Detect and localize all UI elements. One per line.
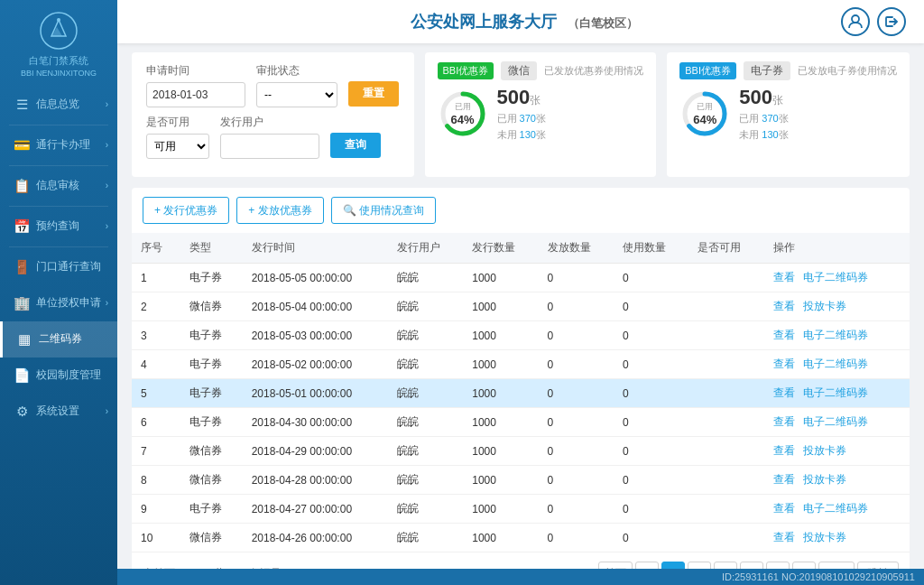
view-link[interactable]: 查看: [773, 329, 795, 341]
goto-page-input[interactable]: [818, 562, 855, 569]
sidebar-item-icon: ⚙: [13, 403, 31, 421]
stat-badge: BBI优惠券: [438, 62, 494, 79]
table-cell: 0: [539, 466, 614, 495]
table-cell: 皖皖: [388, 379, 463, 408]
sidebar-item-icon: 🚪: [13, 258, 31, 276]
sidebar-item-campus-rules[interactable]: 📄 校园制度管理: [0, 358, 117, 394]
view-link[interactable]: 查看: [773, 300, 795, 312]
table-cell: 2018-05-01 00:00:00: [243, 379, 388, 408]
table-header-cell: 类型: [180, 233, 243, 264]
action-link[interactable]: 投放卡券: [803, 531, 846, 543]
issue-coupon-button[interactable]: + 发行优惠券: [143, 197, 229, 224]
table-cell: [688, 350, 763, 379]
view-link[interactable]: 查看: [773, 271, 795, 283]
sidebar-item-label: 信息总览: [36, 97, 106, 112]
table-cell: 0: [539, 350, 614, 379]
sidebar-item-icon: 🏢: [13, 294, 31, 312]
table-cell: [688, 437, 763, 466]
prev-page-button[interactable]: <: [635, 562, 659, 569]
table-cell: 0: [614, 321, 688, 350]
usage-query-button[interactable]: 🔍 使用情况查询: [331, 197, 436, 224]
sidebar-item-pass-card[interactable]: 💳 通行卡办理 ›: [0, 127, 117, 163]
table-cell: 1000: [463, 466, 538, 495]
table-action-cell: 查看 电子二维码券: [764, 408, 910, 437]
sidebar-item-info-summary[interactable]: ☰ 信息总览 ›: [0, 87, 117, 123]
action-link[interactable]: 电子二维码券: [803, 271, 868, 283]
distribute-coupon-button[interactable]: + 发放优惠券: [236, 197, 323, 224]
available-select[interactable]: 可用 不可用: [146, 134, 209, 159]
header: 公安处网上服务大厅 （白笔校区）: [117, 0, 924, 43]
action-link[interactable]: 投放卡券: [803, 300, 846, 312]
action-link[interactable]: 电子二维码券: [803, 358, 868, 370]
issuer-input[interactable]: [220, 134, 319, 159]
view-link[interactable]: 查看: [773, 415, 795, 428]
sidebar-nav: ☰ 信息总览 › 💳 通行卡办理 › 📋 信息审核 › 📅 预约查询 › 🚪 门…: [0, 87, 117, 585]
page-number-button-2[interactable]: 2: [688, 562, 711, 569]
table-cell: 2018-04-26 00:00:00: [243, 524, 388, 552]
table-section: + 发行优惠券 + 发放优惠券 🔍 使用情况查询 序号类型发行时间发行用户发行数…: [132, 188, 910, 569]
chevron-right-icon: ›: [106, 140, 108, 150]
logout-icon-btn[interactable]: [877, 7, 906, 36]
table-action-cell: 查看 电子二维码券: [764, 495, 910, 524]
sidebar-item-sys-settings[interactable]: ⚙ 系统设置 ›: [0, 394, 117, 430]
sidebar-item-info-audit[interactable]: 📋 信息审核 ›: [0, 168, 117, 204]
table-cell: 1000: [463, 437, 538, 466]
table-cell: 微信券: [180, 524, 243, 552]
view-link[interactable]: 查看: [773, 473, 795, 486]
content-area: 申请时间 审批状态 -- 审核中 已通过 已拒绝: [117, 43, 924, 569]
table-cell: 2: [132, 292, 180, 321]
sidebar-item-gate-pass[interactable]: 🚪 门口通行查询: [0, 249, 117, 285]
table-action-cell: 查看 投放卡券: [764, 524, 910, 552]
table-row: 3电子券2018-05-03 00:00:00皖皖100000 查看 电子二维码…: [132, 321, 910, 350]
next-page-button[interactable]: >: [766, 562, 790, 569]
view-link[interactable]: 查看: [773, 502, 795, 515]
table-cell: 0: [614, 466, 688, 495]
stat-details: 500张 已用 370张 未用 130张: [497, 86, 546, 142]
action-link[interactable]: 电子二维码券: [803, 502, 868, 515]
apply-time-input[interactable]: [146, 82, 245, 107]
goto-page-button[interactable]: 跳转: [857, 562, 899, 569]
reset-button[interactable]: 重置: [348, 81, 399, 107]
table-action-cell: 查看 投放卡券: [764, 437, 910, 466]
sidebar-item-unit-auth[interactable]: 🏢 单位授权申请 ›: [0, 285, 117, 321]
action-link[interactable]: 电子二维码券: [803, 329, 868, 341]
audit-status-label: 审批状态: [256, 63, 337, 79]
table-cell: 0: [614, 350, 688, 379]
page-number-button-3[interactable]: 3: [714, 562, 737, 569]
sidebar-item-booking[interactable]: 📅 预约查询 ›: [0, 209, 117, 245]
sidebar-item-icon: ☰: [13, 96, 31, 114]
user-icon-btn[interactable]: [841, 7, 870, 36]
action-link[interactable]: 投放卡券: [803, 473, 846, 486]
view-link[interactable]: 查看: [773, 386, 795, 399]
table-cell: 0: [614, 495, 688, 524]
first-page-button[interactable]: 首页: [598, 562, 633, 569]
table-cell: 0: [539, 437, 614, 466]
donut-percent: 64%: [693, 113, 716, 126]
svg-point-4: [852, 15, 859, 23]
action-link[interactable]: 电子二维码券: [803, 415, 868, 428]
table-cell: 电子券: [180, 321, 243, 350]
table-cell: 10: [132, 524, 180, 552]
table-action-cell: 查看 电子二维码券: [764, 264, 910, 292]
sidebar-item-qrcode[interactable]: ▦ 二维码券: [0, 321, 117, 358]
logo-icon: [39, 11, 79, 51]
page-number-button-1[interactable]: 1: [661, 562, 685, 569]
view-link[interactable]: 查看: [773, 444, 795, 457]
table-header-cell: 发行数量: [463, 233, 538, 264]
last-page-button[interactable]: [792, 562, 816, 569]
chevron-right-icon: ›: [106, 298, 108, 308]
sidebar-item-label: 预约查询: [36, 218, 106, 234]
audit-status-select[interactable]: -- 审核中 已通过 已拒绝: [256, 82, 337, 107]
table-cell: 皖皖: [388, 437, 463, 466]
action-link[interactable]: 投放卡券: [803, 444, 846, 457]
page-number-button-4[interactable]: 4: [740, 562, 763, 569]
view-link[interactable]: 查看: [773, 358, 795, 370]
action-link[interactable]: 电子二维码券: [803, 386, 868, 399]
pagination-controls: 首页 < 1234 > 跳转: [598, 562, 899, 569]
table-cell: 1000: [463, 379, 538, 408]
table-action-cell: 查看 投放卡券: [764, 466, 910, 495]
table-cell: [688, 264, 763, 292]
apply-time-label: 申请时间: [146, 63, 245, 79]
query-button[interactable]: 查询: [330, 133, 381, 158]
view-link[interactable]: 查看: [773, 531, 795, 543]
